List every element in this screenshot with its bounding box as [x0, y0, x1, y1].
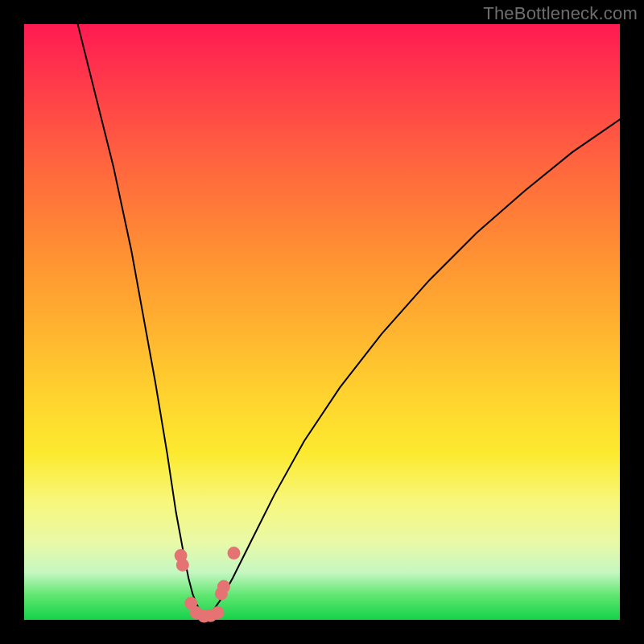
data-point — [176, 559, 189, 572]
data-points — [175, 547, 241, 623]
plot-area — [24, 24, 620, 620]
data-point — [228, 547, 241, 559]
right-curve — [206, 119, 620, 617]
data-point — [212, 606, 225, 619]
curves-svg — [24, 24, 620, 620]
data-point — [217, 580, 230, 593]
left-curve — [78, 24, 207, 617]
watermark-text: TheBottleneck.com — [483, 3, 638, 24]
chart-frame: TheBottleneck.com — [0, 0, 644, 644]
